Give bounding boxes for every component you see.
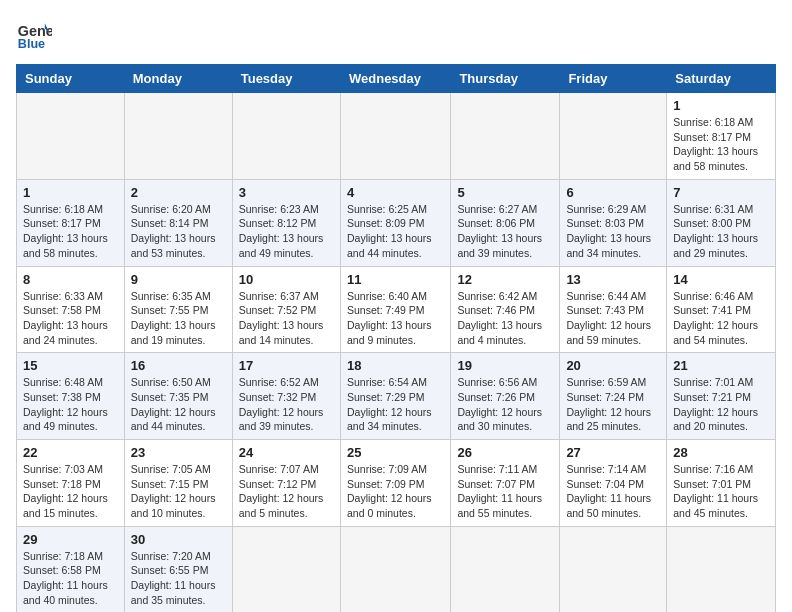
day-number: 18 bbox=[347, 358, 444, 373]
day-cell: 18Sunrise: 6:54 AMSunset: 7:29 PMDayligh… bbox=[340, 353, 450, 440]
day-number: 7 bbox=[673, 185, 769, 200]
day-cell: 23Sunrise: 7:05 AMSunset: 7:15 PMDayligh… bbox=[124, 440, 232, 527]
logo-icon: General Blue bbox=[16, 16, 52, 52]
day-cell: 15Sunrise: 6:48 AMSunset: 7:38 PMDayligh… bbox=[17, 353, 125, 440]
col-header-sunday: Sunday bbox=[17, 65, 125, 93]
day-number: 8 bbox=[23, 272, 118, 287]
day-detail: Sunrise: 6:54 AMSunset: 7:29 PMDaylight:… bbox=[347, 375, 444, 434]
page-header: General Blue bbox=[16, 16, 776, 52]
day-number: 27 bbox=[566, 445, 660, 460]
day-number: 17 bbox=[239, 358, 334, 373]
day-cell: 16Sunrise: 6:50 AMSunset: 7:35 PMDayligh… bbox=[124, 353, 232, 440]
day-cell: 27Sunrise: 7:14 AMSunset: 7:04 PMDayligh… bbox=[560, 440, 667, 527]
day-detail: Sunrise: 6:29 AMSunset: 8:03 PMDaylight:… bbox=[566, 202, 660, 261]
day-cell bbox=[232, 93, 340, 180]
day-detail: Sunrise: 6:46 AMSunset: 7:41 PMDaylight:… bbox=[673, 289, 769, 348]
day-detail: Sunrise: 6:48 AMSunset: 7:38 PMDaylight:… bbox=[23, 375, 118, 434]
day-detail: Sunrise: 6:20 AMSunset: 8:14 PMDaylight:… bbox=[131, 202, 226, 261]
day-cell: 2Sunrise: 6:20 AMSunset: 8:14 PMDaylight… bbox=[124, 179, 232, 266]
week-row-1: 1Sunrise: 6:18 AMSunset: 8:17 PMDaylight… bbox=[17, 179, 776, 266]
logo: General Blue bbox=[16, 16, 52, 52]
day-cell bbox=[232, 526, 340, 612]
day-detail: Sunrise: 7:11 AMSunset: 7:07 PMDaylight:… bbox=[457, 462, 553, 521]
day-number: 28 bbox=[673, 445, 769, 460]
day-number: 19 bbox=[457, 358, 553, 373]
day-number: 23 bbox=[131, 445, 226, 460]
day-detail: Sunrise: 7:09 AMSunset: 7:09 PMDaylight:… bbox=[347, 462, 444, 521]
day-detail: Sunrise: 6:52 AMSunset: 7:32 PMDaylight:… bbox=[239, 375, 334, 434]
day-cell bbox=[124, 93, 232, 180]
day-number: 25 bbox=[347, 445, 444, 460]
day-cell: 24Sunrise: 7:07 AMSunset: 7:12 PMDayligh… bbox=[232, 440, 340, 527]
day-cell: 28Sunrise: 7:16 AMSunset: 7:01 PMDayligh… bbox=[667, 440, 776, 527]
svg-text:Blue: Blue bbox=[18, 37, 45, 51]
day-detail: Sunrise: 6:27 AMSunset: 8:06 PMDaylight:… bbox=[457, 202, 553, 261]
day-cell: 1Sunrise: 6:18 AMSunset: 8:17 PMDaylight… bbox=[667, 93, 776, 180]
day-cell: 17Sunrise: 6:52 AMSunset: 7:32 PMDayligh… bbox=[232, 353, 340, 440]
day-detail: Sunrise: 6:59 AMSunset: 7:24 PMDaylight:… bbox=[566, 375, 660, 434]
day-cell: 30Sunrise: 7:20 AMSunset: 6:55 PMDayligh… bbox=[124, 526, 232, 612]
day-number: 12 bbox=[457, 272, 553, 287]
day-detail: Sunrise: 6:44 AMSunset: 7:43 PMDaylight:… bbox=[566, 289, 660, 348]
col-header-wednesday: Wednesday bbox=[340, 65, 450, 93]
day-number: 10 bbox=[239, 272, 334, 287]
day-number: 30 bbox=[131, 532, 226, 547]
day-cell bbox=[340, 526, 450, 612]
day-cell: 19Sunrise: 6:56 AMSunset: 7:26 PMDayligh… bbox=[451, 353, 560, 440]
day-detail: Sunrise: 6:23 AMSunset: 8:12 PMDaylight:… bbox=[239, 202, 334, 261]
day-number: 6 bbox=[566, 185, 660, 200]
day-number: 11 bbox=[347, 272, 444, 287]
day-number: 2 bbox=[131, 185, 226, 200]
day-number: 4 bbox=[347, 185, 444, 200]
calendar-table: SundayMondayTuesdayWednesdayThursdayFrid… bbox=[16, 64, 776, 612]
day-detail: Sunrise: 6:31 AMSunset: 8:00 PMDaylight:… bbox=[673, 202, 769, 261]
day-detail: Sunrise: 6:35 AMSunset: 7:55 PMDaylight:… bbox=[131, 289, 226, 348]
col-header-tuesday: Tuesday bbox=[232, 65, 340, 93]
day-number: 16 bbox=[131, 358, 226, 373]
day-number: 24 bbox=[239, 445, 334, 460]
day-number: 14 bbox=[673, 272, 769, 287]
day-number: 20 bbox=[566, 358, 660, 373]
day-cell: 10Sunrise: 6:37 AMSunset: 7:52 PMDayligh… bbox=[232, 266, 340, 353]
day-detail: Sunrise: 7:16 AMSunset: 7:01 PMDaylight:… bbox=[673, 462, 769, 521]
col-header-monday: Monday bbox=[124, 65, 232, 93]
day-detail: Sunrise: 6:25 AMSunset: 8:09 PMDaylight:… bbox=[347, 202, 444, 261]
col-header-saturday: Saturday bbox=[667, 65, 776, 93]
day-cell bbox=[17, 93, 125, 180]
svg-text:General: General bbox=[18, 23, 52, 39]
day-cell bbox=[560, 526, 667, 612]
day-cell: 4Sunrise: 6:25 AMSunset: 8:09 PMDaylight… bbox=[340, 179, 450, 266]
day-cell: 22Sunrise: 7:03 AMSunset: 7:18 PMDayligh… bbox=[17, 440, 125, 527]
day-detail: Sunrise: 6:37 AMSunset: 7:52 PMDaylight:… bbox=[239, 289, 334, 348]
week-row-2: 8Sunrise: 6:33 AMSunset: 7:58 PMDaylight… bbox=[17, 266, 776, 353]
day-cell: 3Sunrise: 6:23 AMSunset: 8:12 PMDaylight… bbox=[232, 179, 340, 266]
day-number: 22 bbox=[23, 445, 118, 460]
day-detail: Sunrise: 7:03 AMSunset: 7:18 PMDaylight:… bbox=[23, 462, 118, 521]
day-detail: Sunrise: 7:01 AMSunset: 7:21 PMDaylight:… bbox=[673, 375, 769, 434]
day-detail: Sunrise: 6:18 AMSunset: 8:17 PMDaylight:… bbox=[673, 115, 769, 174]
day-detail: Sunrise: 6:50 AMSunset: 7:35 PMDaylight:… bbox=[131, 375, 226, 434]
day-detail: Sunrise: 6:42 AMSunset: 7:46 PMDaylight:… bbox=[457, 289, 553, 348]
day-cell: 8Sunrise: 6:33 AMSunset: 7:58 PMDaylight… bbox=[17, 266, 125, 353]
day-cell: 20Sunrise: 6:59 AMSunset: 7:24 PMDayligh… bbox=[560, 353, 667, 440]
day-cell: 26Sunrise: 7:11 AMSunset: 7:07 PMDayligh… bbox=[451, 440, 560, 527]
day-cell bbox=[667, 526, 776, 612]
day-cell: 9Sunrise: 6:35 AMSunset: 7:55 PMDaylight… bbox=[124, 266, 232, 353]
day-detail: Sunrise: 7:18 AMSunset: 6:58 PMDaylight:… bbox=[23, 549, 118, 608]
day-number: 3 bbox=[239, 185, 334, 200]
day-number: 5 bbox=[457, 185, 553, 200]
week-row-5: 29Sunrise: 7:18 AMSunset: 6:58 PMDayligh… bbox=[17, 526, 776, 612]
day-detail: Sunrise: 7:20 AMSunset: 6:55 PMDaylight:… bbox=[131, 549, 226, 608]
day-cell: 25Sunrise: 7:09 AMSunset: 7:09 PMDayligh… bbox=[340, 440, 450, 527]
col-header-thursday: Thursday bbox=[451, 65, 560, 93]
day-cell: 7Sunrise: 6:31 AMSunset: 8:00 PMDaylight… bbox=[667, 179, 776, 266]
day-cell: 21Sunrise: 7:01 AMSunset: 7:21 PMDayligh… bbox=[667, 353, 776, 440]
day-number: 26 bbox=[457, 445, 553, 460]
day-cell: 14Sunrise: 6:46 AMSunset: 7:41 PMDayligh… bbox=[667, 266, 776, 353]
day-cell bbox=[340, 93, 450, 180]
day-cell: 29Sunrise: 7:18 AMSunset: 6:58 PMDayligh… bbox=[17, 526, 125, 612]
day-detail: Sunrise: 6:56 AMSunset: 7:26 PMDaylight:… bbox=[457, 375, 553, 434]
day-number: 15 bbox=[23, 358, 118, 373]
day-detail: Sunrise: 6:40 AMSunset: 7:49 PMDaylight:… bbox=[347, 289, 444, 348]
day-number: 13 bbox=[566, 272, 660, 287]
